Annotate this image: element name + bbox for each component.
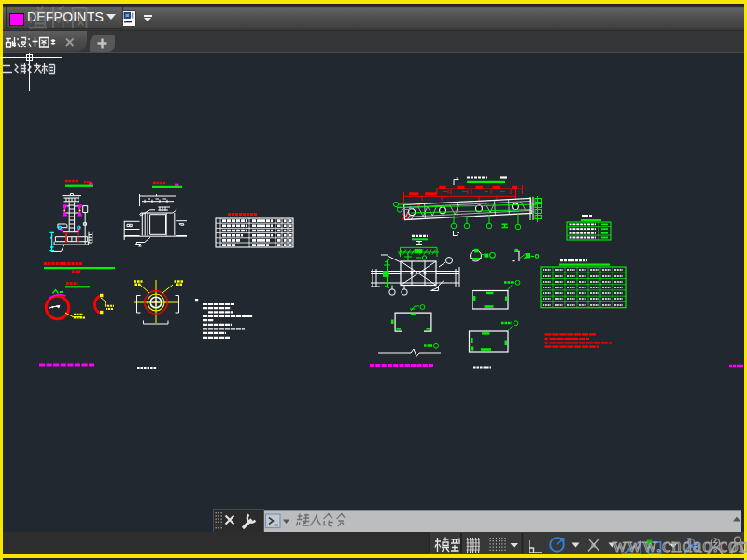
svg-text:www.cndao.com: www.cndao.com [613, 534, 747, 556]
